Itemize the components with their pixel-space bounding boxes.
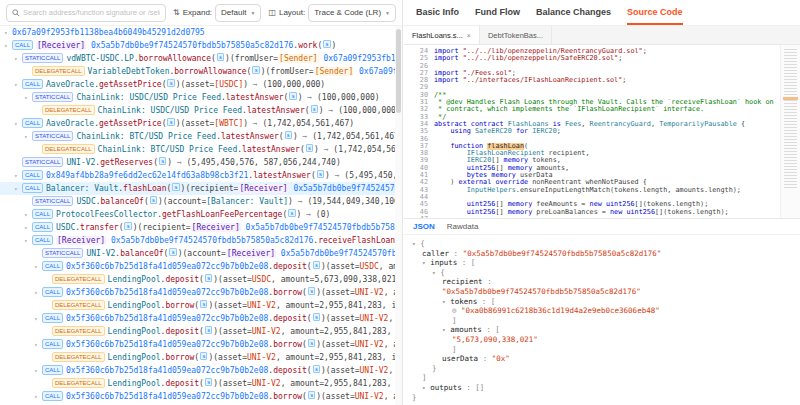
search-box[interactable]	[6, 4, 166, 22]
token-link[interactable]: USDC	[252, 275, 271, 284]
json-tree[interactable]: ▾ {caller : "0x5a5b7db0be9f74524570fbdb5…	[404, 236, 800, 405]
contract-link[interactable]: AaveOracle	[46, 80, 94, 89]
trace-row[interactable]: ▾CALLProtocolFeesCollector.getFlashLoanF…	[0, 208, 395, 221]
token-link[interactable]: [WBTC]	[214, 119, 243, 128]
contract-link[interactable]: LendingPool	[108, 327, 161, 336]
tab-source-code[interactable]: Source Code	[627, 0, 683, 25]
contract-link[interactable]: ChainLink: BTC/USD Price Feed	[98, 145, 238, 154]
trace-row[interactable]: ▾CALL[Receiver] 0x5a5b7db0be9f74524570fb…	[0, 234, 395, 247]
token-link[interactable]: UNI-V2	[355, 392, 384, 401]
trace-row[interactable]: STATICCALLUNI-V2.balanceOf(s)(account=[R…	[0, 247, 395, 260]
layout-dropdown[interactable]: Trace & Code (LR) ▼	[308, 4, 396, 22]
token-link[interactable]: UNI-V2	[360, 366, 389, 375]
token-link[interactable]: UNI-V2	[252, 327, 281, 336]
trace-row[interactable]: DELEGATECALLChainLink: BTC/USD Price Fee…	[0, 143, 395, 156]
trace-row[interactable]: ▾CALLAaveOracle.getAssetPrice(s)(asset=[…	[0, 117, 395, 130]
contract-link[interactable]: AaveOracle	[46, 119, 94, 128]
token-link[interactable]: [USDC]	[214, 80, 243, 89]
expand-caret[interactable]: ▾	[24, 234, 32, 247]
trace-row[interactable]: ▾CALL0x849af4bb28a9fe6dd2ec62e14fd63a8b9…	[0, 169, 395, 182]
trace-row[interactable]: ▾STATICCALLChainLink: BTC/USD Price Feed…	[0, 130, 395, 143]
token-link[interactable]: UNI-V2	[247, 301, 276, 310]
trace-row[interactable]: ▾STATICCALLChainLink: USDC/USD Price Fee…	[0, 91, 395, 104]
trace-row[interactable]: ▾CALL[Receiver] 0x5a5b7db0be9f74524570fb…	[0, 39, 395, 52]
code-minimap[interactable]	[780, 45, 800, 218]
contract-link[interactable]: Balancer: Vault	[46, 184, 118, 193]
trace-row[interactable]: ▾CALL0x5f360c6b7b25d18fa41d059ea072cc9b7…	[0, 338, 395, 351]
trace-row[interactable]: DELEGATECALLLendingPool.borrow(s)(asset=…	[0, 351, 395, 364]
expand-caret[interactable]: ▾	[34, 286, 42, 299]
expand-caret[interactable]: ▾	[34, 364, 42, 377]
token-link[interactable]: UNI-V2	[355, 340, 384, 349]
trace-row[interactable]: ▾CALL0x5f360c6b7b25d18fa41d059ea072cc9b7…	[0, 286, 395, 299]
address-link[interactable]: 0x5f360c6b7b25d18fa41d059ea072cc9b7b0b2e…	[66, 288, 268, 297]
contract-link[interactable]: UNI-V2	[66, 158, 95, 167]
expand-caret[interactable]: ▾	[34, 312, 42, 325]
expand-caret[interactable]: ▾	[14, 117, 22, 130]
address-link[interactable]: 0x67a09f2953fb1138bea4b6049b45291d2d0795	[12, 28, 205, 37]
token-link[interactable]: UNI-V2	[355, 288, 384, 297]
contract-link[interactable]: ChainLink: USDC/USD Price Feed	[98, 106, 243, 115]
trace-row[interactable]: ▾CALL0x5f360c6b7b25d18fa41d059ea072cc9b7…	[0, 312, 395, 325]
contract-link[interactable]: USDC	[76, 197, 95, 206]
address-link[interactable]: 0x67a09f2953fb1138bea4b6049b45291d2d0795	[354, 67, 395, 76]
trace-row[interactable]: STATICCALLUNI-V2.getReserves(s) → (5,495…	[0, 156, 395, 169]
expand-caret[interactable]: ▾	[24, 130, 32, 143]
expand-caret[interactable]: ▾	[34, 390, 42, 403]
contract-link[interactable]: LendingPool	[108, 301, 161, 310]
token-link[interactable]: USDC	[360, 262, 379, 271]
address-link[interactable]: 0x849af4bb28a9fe6dd2ec62e14fd63a8b98cb3f…	[46, 171, 248, 180]
address-link[interactable]: 0x67a09f2953fb1138bea4b6049b45291d2d0795	[319, 54, 395, 63]
address-link[interactable]: 0x5f360c6b7b25d18fa41d059ea072cc9b7b0b2e…	[66, 262, 268, 271]
address-link[interactable]: 0x5f360c6b7b25d18fa41d059ea072cc9b7b0b2e…	[66, 366, 268, 375]
expand-caret[interactable]: ▾	[34, 338, 42, 351]
contract-link[interactable]: LendingPool	[108, 275, 161, 284]
search-input[interactable]	[23, 8, 160, 17]
token-link[interactable]: UNI-V2	[360, 314, 389, 323]
address-link[interactable]: 0x5f360c6b7b25d18fa41d059ea072cc9b7b0b2e…	[66, 392, 268, 401]
expand-caret[interactable]: ▾	[24, 221, 32, 234]
contract-link[interactable]: ChainLink: BTC/USD Price Feed	[76, 132, 216, 141]
trace-row[interactable]: STATICCALLUSDC.balanceOf(s)(account=[Bal…	[0, 195, 395, 208]
tab-balance-changes[interactable]: Balance Changes	[536, 0, 611, 25]
expand-caret[interactable]: ▾	[4, 39, 12, 52]
trace-row[interactable]: DELEGATECALLLendingPool.deposit(s)(asset…	[0, 273, 395, 286]
expand-caret[interactable]: ▾	[24, 208, 32, 221]
trace-row[interactable]: DELEGATECALLLendingPool.deposit(s)(asset…	[0, 325, 395, 338]
file-tab-flashloans[interactable]: FlashLoans.s... ×	[404, 26, 480, 44]
address-link[interactable]: 0x5a5b7db0be9f74524570fbdb5b75850a5c82d1…	[289, 184, 395, 193]
contract-link[interactable]: [Balancer: Vault]	[206, 197, 288, 206]
code-editor[interactable]: 2425262728293031323334353637383940414243…	[404, 45, 800, 218]
address-link[interactable]: 0x5a5b7db0be9f74524570fbdb5b75850a5c82d1…	[86, 41, 293, 50]
address-link[interactable]: 0x5f360c6b7b25d18fa41d059ea072cc9b7b0b2e…	[66, 340, 268, 349]
trace-row[interactable]: ▾STATICCALLvdWBTC-USDC.LP.borrowAllowanc…	[0, 52, 395, 65]
token-link[interactable]: UNI-V2	[252, 379, 281, 388]
trace-row[interactable]: DELEGATECALLLendingPool.deposit(s)(asset…	[0, 377, 395, 390]
address-link[interactable]: 0x5a5b7db0be9f74524570fbdb5b75850a5c82d1…	[276, 249, 395, 258]
expand-caret[interactable]: ▾	[14, 182, 22, 195]
trace-row[interactable]: ▾CALLUSDC.transfer(s)(recipient=[Receive…	[0, 221, 395, 234]
trace-row[interactable]: DELEGATECALLVariableDebtToken.borrowAllo…	[0, 65, 395, 78]
address-link[interactable]: 0x5a5b7db0be9f74524570fbdb5b75850a5c82d1…	[106, 236, 313, 245]
tab-json[interactable]: JSON	[413, 222, 435, 231]
trace-row[interactable]: ▾CALL0x5f360c6b7b25d18fa41d059ea072cc9b7…	[0, 364, 395, 377]
close-icon[interactable]: ×	[467, 32, 471, 39]
trace-row[interactable]: ▾CALLAaveOracle.getAssetPrice(s)(asset=[…	[0, 78, 395, 91]
trace-row[interactable]: ▾CALL0x5f360c6b7b25d18fa41d059ea072cc9b7…	[0, 260, 395, 273]
contract-link[interactable]: LendingPool	[108, 353, 161, 362]
trace-row[interactable]: DELEGATECALLLendingPool.borrow(s)(asset=…	[0, 299, 395, 312]
file-tab-debttokenbase[interactable]: DebtTokenBas...	[480, 26, 552, 44]
trace-list[interactable]: ▾0x67a09f2953fb1138bea4b6049b45291d2d079…	[0, 26, 395, 405]
tab-basic-info[interactable]: Basic Info	[416, 0, 459, 25]
tab-rawdata[interactable]: Rawdata	[447, 222, 479, 231]
contract-link[interactable]: ProtocolFeesCollector	[56, 210, 157, 219]
expand-dropdown[interactable]: Default ▼	[215, 4, 261, 22]
trace-row[interactable]: ▾CALLBalancer: Vault.flashLoan(s)(recipi…	[0, 182, 395, 195]
tab-fund-flow[interactable]: Fund Flow	[475, 0, 520, 25]
contract-link[interactable]: USDC	[56, 223, 75, 232]
contract-link[interactable]: ChainLink: USDC/USD Price Feed	[76, 93, 221, 102]
contract-link[interactable]: UNI-V2	[86, 249, 115, 258]
token-link[interactable]: UNI-V2	[247, 353, 276, 362]
expand-caret[interactable]: ▾	[14, 52, 22, 65]
trace-row[interactable]: DELEGATECALLChainLink: USDC/USD Price Fe…	[0, 104, 395, 117]
